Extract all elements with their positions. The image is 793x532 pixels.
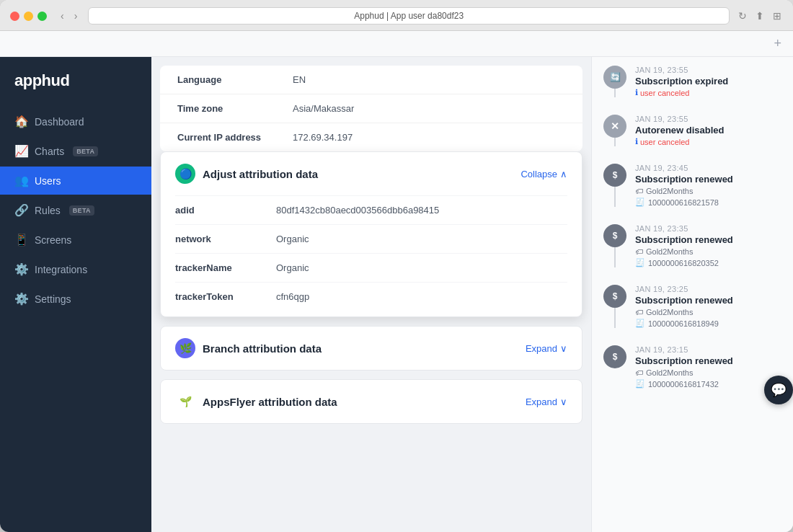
info-icon-0: ℹ <box>635 88 638 97</box>
adjust-icon: 🔵 <box>175 164 195 184</box>
left-panel: Language EN Time zone Asia/Makassar Curr… <box>151 57 591 532</box>
sidebar-item-dashboard[interactable]: 🏠 Dashboard <box>0 107 151 136</box>
branch-attribution-section: 🌿 Branch attribution data Expand ∨ <box>160 326 582 371</box>
back-button[interactable]: ‹ <box>57 9 68 23</box>
adid-key: adid <box>175 205 276 216</box>
sidebar-item-rules[interactable]: 🔗 Rules BETA <box>0 196 151 224</box>
share-button[interactable]: ⬆ <box>754 9 766 23</box>
timeline-content-3: JAN 19, 23:35 Subscription renewed 🏷 Gol… <box>635 224 781 267</box>
info-row-ip: Current IP address 172.69.34.197 <box>160 123 582 151</box>
appsflyer-attribution-section: 🌱 AppsFlyer attribution data Expand ∨ <box>160 379 582 424</box>
timeline-item-1: ✕ JAN 19, 23:55 Autorenew disabled ℹ use… <box>592 106 793 155</box>
settings-icon: ⚙️ <box>14 292 27 306</box>
add-tab-button[interactable]: + <box>774 36 781 51</box>
attr-row-adid: adid 80df1432cb80aecd003566dbb6a98415 <box>175 195 567 224</box>
ip-label: Current IP address <box>177 132 293 143</box>
attr-row-trackertoken: trackerToken cfn6qgp <box>175 282 567 311</box>
branch-expand-button[interactable]: Expand ∨ <box>526 343 567 354</box>
main-content: Language EN Time zone Asia/Makassar Curr… <box>151 57 793 532</box>
traffic-lights <box>10 12 47 21</box>
sidebar-item-users[interactable]: 👥 Users <box>0 167 151 195</box>
timeline-icon-container-3: $ <box>603 224 626 267</box>
chat-icon: 💬 <box>771 382 787 398</box>
timeline-item-0: 🔄 JAN 19, 23:55 Subscription expired ℹ u… <box>592 57 793 106</box>
appsflyer-header[interactable]: 🌱 AppsFlyer attribution data Expand ∨ <box>161 380 582 423</box>
timeline-title-1: Autorenew disabled <box>635 125 781 136</box>
timeline-item-2: $ JAN 19, 23:45 Subscription renewed 🏷 G… <box>592 155 793 216</box>
sidebar-item-integrations[interactable]: ⚙️ Integrations <box>0 255 151 283</box>
timeline-date-0: JAN 19, 23:55 <box>635 66 781 74</box>
timeline-connector <box>614 138 616 146</box>
nav-buttons: ‹ › <box>57 9 81 23</box>
adjust-attribution-section: 🔵 Adjust attribution data Collapse ∧ adi… <box>160 151 582 317</box>
ip-value: 172.69.34.197 <box>293 132 353 143</box>
timeline-sub-id-3: 🧾 1000000616820352 <box>635 258 781 267</box>
screens-icon: 📱 <box>14 233 27 247</box>
timeline-content-1: JAN 19, 23:55 Autorenew disabled ℹ user … <box>635 115 781 146</box>
branch-icon: 🌿 <box>175 338 195 358</box>
timeline-title-0: Subscription expired <box>635 76 781 87</box>
timeline-sub-id-4: 🧾 1000000616818949 <box>635 319 781 328</box>
timeline-item-5: $ JAN 19, 23:15 Subscription renewed 🏷 G… <box>592 337 793 397</box>
expired-icon: 🔄 <box>603 66 626 89</box>
timeline-sub-id-2: 🧾 1000000616821578 <box>635 198 781 207</box>
timeline-connector <box>614 187 616 207</box>
chat-button[interactable]: 💬 <box>764 376 793 404</box>
timeline-date-1: JAN 19, 23:55 <box>635 115 781 123</box>
forward-button[interactable]: › <box>71 9 81 23</box>
branch-header[interactable]: 🌿 Branch attribution data Expand ∨ <box>161 327 582 370</box>
appsflyer-title: AppsFlyer attribution data <box>203 396 337 408</box>
charts-badge: BETA <box>73 146 98 156</box>
sidebar-item-settings[interactable]: ⚙️ Settings <box>0 285 151 313</box>
sidebar-nav: 🏠 Dashboard 📈 Charts BETA 👥 Users 🔗 Rule… <box>0 107 151 313</box>
product-icon-4: 🏷 <box>635 308 643 316</box>
trackername-value: Organic <box>276 262 309 273</box>
timeline-icon-container-0: 🔄 <box>603 66 626 97</box>
timeline-sub-3: 🏷 Gold2Months <box>635 247 781 256</box>
adid-value: 80df1432cb80aecd003566dbb6a98415 <box>276 205 439 216</box>
users-icon: 👥 <box>14 174 27 187</box>
refresh-button[interactable]: ↻ <box>737 9 748 23</box>
maximize-button[interactable] <box>37 12 47 21</box>
collapse-label: Collapse <box>520 169 557 179</box>
timezone-label: Time zone <box>177 103 293 114</box>
language-label: Language <box>177 74 293 85</box>
adjust-attr-table: adid 80df1432cb80aecd003566dbb6a98415 ne… <box>161 195 582 316</box>
trackername-key: trackerName <box>175 262 276 273</box>
sidebar-item-charts[interactable]: 📈 Charts BETA <box>0 137 151 165</box>
top-info-section: Language EN Time zone Asia/Makassar Curr… <box>160 66 582 151</box>
close-button[interactable] <box>10 12 19 21</box>
adjust-collapse-button[interactable]: Collapse ∧ <box>520 169 567 179</box>
charts-icon: 📈 <box>14 144 27 158</box>
timeline-content-5: JAN 19, 23:15 Subscription renewed 🏷 Gol… <box>635 345 781 389</box>
sidebar-item-screens[interactable]: 📱 Screens <box>0 226 151 254</box>
attr-row-trackername: trackerName Organic <box>175 253 567 282</box>
language-value: EN <box>293 74 306 85</box>
dashboard-icon: 🏠 <box>14 115 27 128</box>
timeline-sub-2: 🏷 Gold2Months <box>635 187 781 195</box>
adjust-header-left: 🔵 Adjust attribution data <box>175 164 318 184</box>
right-panel: 🔄 JAN 19, 23:55 Subscription expired ℹ u… <box>591 57 793 532</box>
renewed-icon-5: $ <box>603 345 626 368</box>
appsflyer-expand-button[interactable]: Expand ∨ <box>526 396 567 407</box>
timeline-title-3: Subscription renewed <box>635 234 781 245</box>
integrations-icon: ⚙️ <box>14 262 27 276</box>
renewed-icon-4: $ <box>603 285 626 308</box>
timeline-connector <box>614 308 616 328</box>
receipt-icon-3: 🧾 <box>635 258 645 267</box>
timeline-icon-container-2: $ <box>603 164 626 207</box>
timezone-value: Asia/Makassar <box>293 103 354 114</box>
adjust-header[interactable]: 🔵 Adjust attribution data Collapse ∧ <box>161 152 582 195</box>
timeline-title-2: Subscription renewed <box>635 174 781 185</box>
product-icon-2: 🏷 <box>635 187 643 195</box>
trackertoken-value: cfn6qgp <box>276 291 309 302</box>
attr-row-network: network Organic <box>175 224 567 253</box>
new-tab-button[interactable]: ⊞ <box>771 9 783 23</box>
disabled-icon: ✕ <box>603 115 626 138</box>
chevron-up-icon: ∧ <box>560 169 567 179</box>
address-bar[interactable]: Apphud | App user da80df23 <box>88 7 730 25</box>
renewed-icon-3: $ <box>603 224 626 247</box>
minimize-button[interactable] <box>24 12 33 21</box>
sidebar-item-label: Integrations <box>35 264 87 275</box>
app-body: apphud 🏠 Dashboard 📈 Charts BETA 👥 Users… <box>0 57 793 532</box>
